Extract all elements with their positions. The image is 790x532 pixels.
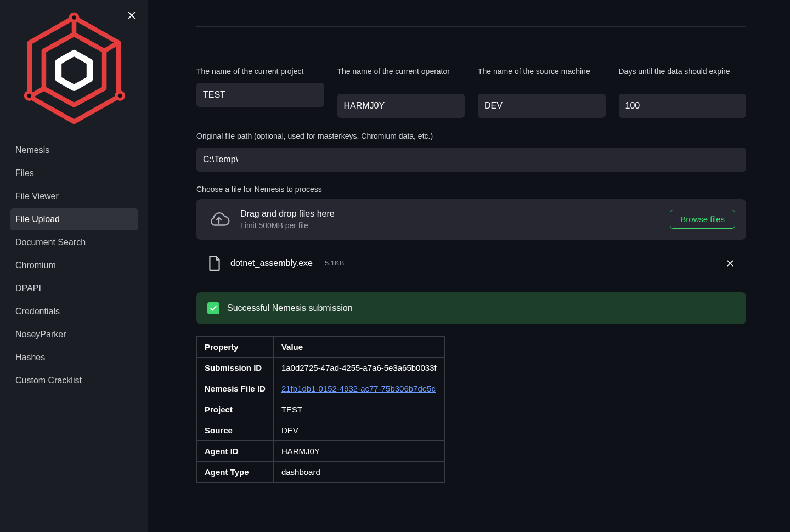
svg-point-7 bbox=[70, 14, 77, 21]
project-input[interactable] bbox=[196, 83, 324, 107]
result-key: Submission ID bbox=[197, 357, 274, 378]
cloud-upload-icon bbox=[207, 210, 230, 229]
table-row: Agent IDHARMJ0Y bbox=[197, 440, 445, 461]
expire-label: Days until the data should expire bbox=[619, 66, 747, 88]
table-row: Nemesis File ID21fb1db1-0152-4932-ac77-7… bbox=[197, 378, 445, 399]
browse-files-button[interactable]: Browse files bbox=[670, 210, 735, 229]
svg-point-9 bbox=[26, 92, 33, 99]
svg-point-8 bbox=[116, 92, 123, 99]
table-row: Submission ID1a0d2725-47ad-4255-a7a6-5e3… bbox=[197, 357, 445, 378]
result-value: TEST bbox=[273, 399, 444, 420]
sidebar-item-credentials[interactable]: Credentials bbox=[10, 301, 138, 322]
expire-input[interactable] bbox=[619, 94, 747, 118]
sidebar-nav: NemesisFilesFile ViewerFile UploadDocume… bbox=[10, 139, 138, 392]
dropzone-sub-text: Limit 500MB per file bbox=[240, 221, 660, 230]
sidebar-item-file-viewer[interactable]: File Viewer bbox=[10, 185, 138, 207]
result-key: Agent ID bbox=[197, 440, 274, 461]
remove-file-icon[interactable] bbox=[724, 257, 736, 269]
origpath-input[interactable] bbox=[196, 148, 746, 172]
result-key: Nemesis File ID bbox=[197, 378, 274, 399]
check-icon bbox=[207, 302, 219, 314]
result-key: Agent Type bbox=[197, 461, 274, 482]
project-label: The name of the current project bbox=[196, 66, 324, 77]
result-value: DEV bbox=[273, 420, 444, 440]
sidebar-item-chromium[interactable]: Chromium bbox=[10, 254, 138, 276]
logo bbox=[10, 12, 138, 127]
table-row: SourceDEV bbox=[197, 420, 445, 440]
uploaded-file-row: dotnet_assembly.exe 5.1KB bbox=[196, 250, 746, 277]
uploaded-file-size: 5.1KB bbox=[325, 259, 344, 267]
source-label: The name of the source machine bbox=[478, 66, 606, 88]
sidebar-item-hashes[interactable]: Hashes bbox=[10, 347, 138, 369]
file-icon bbox=[207, 255, 222, 271]
sidebar-item-noseyparker[interactable]: NoseyParker bbox=[10, 324, 138, 346]
sidebar-item-nemesis[interactable]: Nemesis bbox=[10, 139, 138, 161]
uploaded-file-name: dotnet_assembly.exe bbox=[230, 258, 313, 268]
sidebar: NemesisFilesFile ViewerFile UploadDocume… bbox=[0, 0, 148, 532]
result-value: 21fb1db1-0152-4932-ac77-75b306b7de5c bbox=[273, 378, 444, 399]
result-table: Property Value Submission ID1a0d2725-47a… bbox=[196, 336, 445, 483]
result-key: Source bbox=[197, 420, 274, 440]
operator-input[interactable] bbox=[337, 94, 465, 118]
result-link[interactable]: 21fb1db1-0152-4932-ac77-75b306b7de5c bbox=[281, 384, 436, 393]
sidebar-item-dpapi[interactable]: DPAPI bbox=[10, 278, 138, 299]
file-chooser-label: Choose a file for Nemesis to process bbox=[196, 185, 746, 194]
sidebar-item-file-upload[interactable]: File Upload bbox=[10, 208, 138, 230]
main-content: The name of the current project The name… bbox=[148, 0, 790, 532]
source-input[interactable] bbox=[478, 94, 606, 118]
dropzone-main-text: Drag and drop files here bbox=[240, 209, 660, 219]
svg-marker-3 bbox=[44, 34, 104, 105]
operator-label: The name of the current operator bbox=[337, 66, 465, 88]
result-value: HARMJ0Y bbox=[273, 440, 444, 461]
success-message: Successful Nemesis submission bbox=[227, 303, 353, 313]
result-value: dashboard bbox=[273, 461, 444, 482]
table-row: Agent Typedashboard bbox=[197, 461, 445, 482]
result-header-property: Property bbox=[197, 336, 274, 357]
result-value: 1a0d2725-47ad-4255-a7a6-5e3a65b0033f bbox=[273, 357, 444, 378]
sidebar-item-document-search[interactable]: Document Search bbox=[10, 231, 138, 253]
section-divider bbox=[196, 26, 746, 27]
file-dropzone[interactable]: Drag and drop files here Limit 500MB per… bbox=[196, 199, 746, 240]
success-banner: Successful Nemesis submission bbox=[196, 292, 746, 324]
result-key: Project bbox=[197, 399, 274, 420]
close-sidebar-icon[interactable] bbox=[125, 9, 138, 22]
table-row: ProjectTEST bbox=[197, 399, 445, 420]
origpath-label: Original file path (optional, used for m… bbox=[196, 131, 746, 142]
sidebar-item-custom-cracklist[interactable]: Custom Cracklist bbox=[10, 370, 138, 392]
sidebar-item-files[interactable]: Files bbox=[10, 162, 138, 184]
svg-marker-10 bbox=[59, 53, 90, 88]
result-header-value: Value bbox=[273, 336, 444, 357]
